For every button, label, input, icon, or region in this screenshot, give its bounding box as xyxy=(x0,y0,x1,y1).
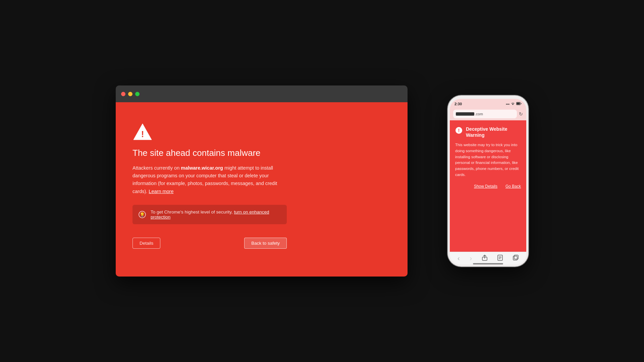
back-nav-button[interactable]: ‹ xyxy=(458,254,460,262)
chrome-titlebar xyxy=(116,85,408,102)
shield-icon: 💡 xyxy=(139,211,146,218)
address-domain-suffix: .com xyxy=(475,112,483,116)
iphone-screen: 2:30 ▪▪▪ xyxy=(450,99,526,264)
safari-warning-icon: ! xyxy=(455,127,463,134)
signal-icon: ▪▪▪ xyxy=(506,102,509,106)
iphone-statusbar: 2:30 ▪▪▪ xyxy=(450,99,526,108)
minimize-button[interactable] xyxy=(128,92,132,96)
chrome-actions: Details Back to safety xyxy=(132,238,287,249)
svg-rect-15 xyxy=(514,255,518,259)
safari-warning-body: This website may try to trick you into d… xyxy=(455,142,521,178)
close-button[interactable] xyxy=(121,92,125,96)
svg-text:!: ! xyxy=(141,129,144,139)
learn-more-link[interactable]: Learn more xyxy=(149,189,173,194)
main-scene: ! The site ahead contains malware Attack… xyxy=(0,0,644,362)
battery-icon xyxy=(516,102,522,106)
address-black-bar xyxy=(456,112,474,116)
warning-icon-wrap: ! xyxy=(132,122,391,142)
reload-button[interactable]: ↻ xyxy=(519,111,523,117)
iphone-wrapper: 2:30 ▪▪▪ xyxy=(448,96,528,266)
svg-rect-6 xyxy=(521,103,522,104)
show-details-button[interactable]: Show Details xyxy=(474,184,497,189)
body-prefix: Attackers currently on xyxy=(132,165,181,171)
iphone-frame: 2:30 ▪▪▪ xyxy=(448,96,528,266)
safari-header: ! Deceptive Website Warning xyxy=(455,126,521,138)
bookmarks-button[interactable] xyxy=(497,255,503,262)
maximize-button[interactable] xyxy=(135,92,140,96)
protection-banner: 💡 To get Chrome's highest level of secur… xyxy=(132,205,287,224)
iphone-bottombar: ‹ › xyxy=(450,252,526,264)
safari-warning-content: ! Deceptive Website Warning This website… xyxy=(450,120,526,252)
svg-point-3 xyxy=(513,105,513,105)
statusbar-icons: ▪▪▪ xyxy=(506,102,522,106)
chrome-warning-title: The site ahead contains malware xyxy=(132,148,391,158)
go-back-button[interactable]: Go Back xyxy=(505,184,521,189)
safari-warning-title: Deceptive Website Warning xyxy=(466,126,521,138)
iphone-addressbar: .com ↻ xyxy=(450,108,526,120)
svg-text:!: ! xyxy=(458,128,460,133)
back-to-safety-button[interactable]: Back to safety xyxy=(244,238,287,249)
chrome-window: ! The site ahead contains malware Attack… xyxy=(116,85,408,277)
home-indicator xyxy=(473,263,503,264)
safari-actions: Show Details Go Back xyxy=(455,184,521,189)
malware-domain: malware.wicar.org xyxy=(181,165,223,171)
tabs-button[interactable] xyxy=(513,255,519,262)
chrome-body-text: Attackers currently on malware.wicar.org… xyxy=(132,164,287,195)
forward-nav-button[interactable]: › xyxy=(470,254,472,262)
warning-triangle-icon: ! xyxy=(132,122,153,140)
address-bar-input[interactable]: .com xyxy=(453,110,517,118)
protection-prefix: To get Chrome's highest level of securit… xyxy=(151,209,234,215)
protection-text: To get Chrome's highest level of securit… xyxy=(151,209,281,220)
details-button[interactable]: Details xyxy=(132,238,160,249)
svg-rect-14 xyxy=(513,256,517,260)
chrome-content: ! The site ahead contains malware Attack… xyxy=(116,102,408,277)
svg-text:💡: 💡 xyxy=(140,212,145,218)
wifi-icon xyxy=(511,102,515,106)
svg-rect-5 xyxy=(517,103,520,105)
status-time: 2:30 xyxy=(454,102,462,106)
share-button[interactable] xyxy=(482,255,487,262)
